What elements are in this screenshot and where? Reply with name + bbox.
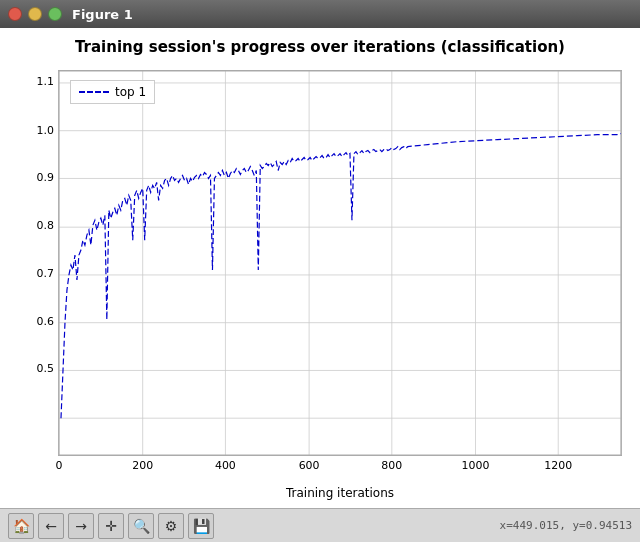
minimize-button[interactable] [28,7,42,21]
chart-title: Training session's progress over iterati… [0,28,640,56]
title-bar: Figure 1 [0,0,640,28]
window-title: Figure 1 [72,7,133,22]
plot-container: 1.1 1.0 0.9 0.8 0.7 0.6 0.5 0 200 400 60… [58,70,622,456]
search-button[interactable]: 🔍 [128,513,154,539]
zoom-pan-button[interactable]: ✛ [98,513,124,539]
toolbar: 🏠 ← → ✛ 🔍 ⚙ 💾 x=449.015, y=0.94513 [0,508,640,542]
svg-text:1000: 1000 [462,459,490,472]
legend-box: top 1 [70,80,155,104]
svg-text:0.6: 0.6 [37,315,54,328]
svg-text:0: 0 [56,459,63,472]
back-button[interactable]: ← [38,513,64,539]
svg-text:600: 600 [299,459,320,472]
training-curve [61,134,621,419]
legend-line [79,91,109,93]
maximize-button[interactable] [48,7,62,21]
status-text: x=449.015, y=0.94513 [500,519,632,532]
legend-label: top 1 [115,85,146,99]
chart-area: Training session's progress over iterati… [0,28,640,508]
svg-text:1.0: 1.0 [37,124,54,137]
svg-text:1200: 1200 [544,459,572,472]
svg-text:0.8: 0.8 [37,219,54,232]
svg-text:400: 400 [215,459,236,472]
svg-rect-16 [59,71,621,455]
forward-button[interactable]: → [68,513,94,539]
close-button[interactable] [8,7,22,21]
svg-text:0.7: 0.7 [37,267,54,280]
svg-text:0.9: 0.9 [37,171,54,184]
svg-text:200: 200 [132,459,153,472]
save-button[interactable]: 💾 [188,513,214,539]
home-button[interactable]: 🏠 [8,513,34,539]
svg-text:1.1: 1.1 [37,75,54,88]
svg-text:0.5: 0.5 [37,362,54,375]
sliders-button[interactable]: ⚙ [158,513,184,539]
x-axis-label: Training iterations [58,486,622,500]
plot-svg: 1.1 1.0 0.9 0.8 0.7 0.6 0.5 0 200 400 60… [59,71,621,455]
svg-text:800: 800 [381,459,402,472]
